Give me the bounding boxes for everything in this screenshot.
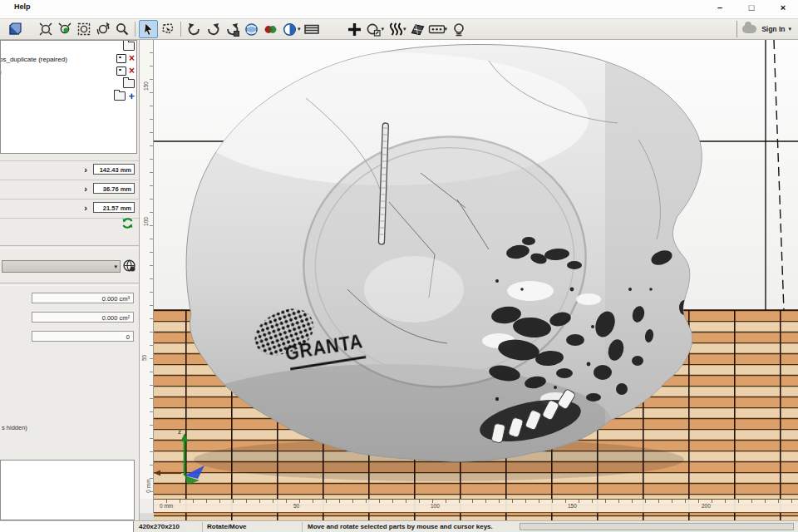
parts-tree: os_duplicate (repaired) × ) × <box>0 40 137 154</box>
redo-all-icon[interactable] <box>223 20 242 38</box>
delete-part-icon[interactable]: × <box>129 55 135 62</box>
ruler-tick-label: 0 mm <box>160 503 173 509</box>
open-folder-icon[interactable] <box>123 79 135 88</box>
expand-chevron-icon[interactable]: › <box>84 165 87 175</box>
divider <box>0 245 139 249</box>
expand-chevron-icon[interactable]: › <box>84 185 87 194</box>
vertical-ruler: 150 100 50 0 mm <box>140 40 154 499</box>
toolbar-separator <box>736 21 737 37</box>
repair-part-caret-icon[interactable]: ▾ <box>382 26 385 32</box>
part-row[interactable]: ) × <box>1 66 136 78</box>
dimension-row-z: › 21.57 mm <box>0 199 139 219</box>
dimension-row-x: › 142.43 mm <box>0 160 139 180</box>
part-row[interactable]: + <box>1 91 136 103</box>
status-progress-bar <box>520 523 794 530</box>
title-bar: Help – □ × <box>0 0 798 18</box>
application-window: Help – □ × <box>0 0 798 532</box>
count-field[interactable]: 0 <box>32 331 134 342</box>
chevron-down-icon: ▾ <box>114 264 117 270</box>
label-part-icon[interactable] <box>427 20 446 38</box>
hint-status: Move and rotate selected parts by mouse … <box>308 523 493 530</box>
new-support-icon[interactable] <box>386 20 405 38</box>
menu-help[interactable]: Help <box>14 2 31 11</box>
redo-icon[interactable] <box>204 20 223 38</box>
select-arrow-icon[interactable] <box>139 20 158 38</box>
render-lamp-icon[interactable] <box>449 20 468 38</box>
hidden-parts-note: s hidden) <box>2 424 27 431</box>
delete-part-icon[interactable]: × <box>129 67 135 75</box>
part-icon[interactable] <box>116 54 126 63</box>
ruler-tick-label: 150 <box>143 81 149 91</box>
panel-extension <box>0 521 134 532</box>
zoom-all-icon[interactable] <box>36 20 55 38</box>
mode-status: Rotate/Move <box>207 523 247 530</box>
ruler-tick-label: 150 <box>568 503 577 509</box>
refresh-icon[interactable] <box>121 217 134 229</box>
zoom-region-icon[interactable] <box>74 20 93 38</box>
refresh-row <box>0 218 139 242</box>
part-icon[interactable] <box>116 66 126 76</box>
volume-field[interactable]: 0.000 cm³ <box>32 293 134 303</box>
zoom-dynamic-icon[interactable] <box>93 20 112 38</box>
dimension-x-field[interactable]: 142.43 mm <box>93 164 135 175</box>
sign-in-caret-icon[interactable]: ▾ <box>788 26 791 32</box>
close-button[interactable]: × <box>776 1 790 14</box>
add-part-icon[interactable] <box>345 20 364 38</box>
dimension-y-field[interactable]: 36.76 mm <box>93 183 135 194</box>
magnifier-icon[interactable] <box>112 20 131 38</box>
dimension-z-field[interactable]: 21.57 mm <box>93 202 135 213</box>
expand-chevron-icon[interactable]: › <box>84 204 87 213</box>
add-file-icon[interactable]: + <box>128 92 135 101</box>
ruler-tick-label: 0 mm <box>145 479 151 492</box>
open-folder-icon[interactable] <box>123 42 135 51</box>
cloud-icon <box>742 25 756 33</box>
lasso-select-icon[interactable] <box>158 20 177 38</box>
new-support-caret-icon[interactable]: ▾ <box>403 26 406 32</box>
horizontal-ruler: 0 mm 50 100 150 200 <box>154 499 798 513</box>
maximize-button[interactable]: □ <box>745 1 758 14</box>
shading-mode-icon[interactable] <box>280 20 299 38</box>
ruler-corner <box>140 499 154 513</box>
show-platform-icon[interactable] <box>303 20 322 38</box>
divider <box>0 283 139 286</box>
main-toolbar: ▾ ▾ ▾ ▾ <box>0 18 798 40</box>
left-panel: os_duplicate (repaired) × ) × <box>0 40 140 520</box>
view-dropdown[interactable]: ▾ <box>2 260 121 273</box>
viewport-3d-scene[interactable]: z y <box>140 40 798 520</box>
ruler-tick-label: 200 <box>702 503 711 509</box>
account-zone: Sign In ▾ <box>736 18 793 40</box>
repair-part-icon[interactable] <box>364 20 383 38</box>
info-box <box>0 460 135 520</box>
part-row[interactable] <box>1 41 136 53</box>
status-bar: 420x270x210 Rotate/Move Move and rotate … <box>0 520 798 532</box>
ruler-tick-label: 50 <box>293 503 299 509</box>
toggle-part-colors-icon[interactable] <box>261 20 280 38</box>
open-folder-icon[interactable] <box>114 91 126 101</box>
ruler-tick-label: 50 <box>141 355 147 361</box>
part-row[interactable]: os_duplicate (repaired) × <box>1 53 136 66</box>
part-row[interactable] <box>1 78 136 91</box>
minimize-button[interactable]: – <box>713 1 727 14</box>
status-separator <box>202 522 203 532</box>
sign-in-button[interactable]: Sign In <box>761 25 785 33</box>
new-project-icon[interactable] <box>5 20 24 38</box>
platform-size-status: 420x270x210 <box>139 523 180 530</box>
shading-mode-caret-icon[interactable]: ▾ <box>298 26 301 32</box>
mesh-tools-icon[interactable] <box>408 20 427 38</box>
ruler-tick-label: 100 <box>143 217 149 226</box>
axis-z-label: z <box>178 428 181 436</box>
ruler-tick-label: 100 <box>431 503 440 509</box>
viewport-3d[interactable]: z y GRANTA 150 100 50 0 mm 0 mm 50 100 1… <box>140 40 798 520</box>
dimension-row-y: › 36.76 mm <box>0 180 139 200</box>
area-field[interactable]: 0.000 cm² <box>32 312 134 323</box>
window-controls: – □ × <box>713 1 790 14</box>
context-globe-icon[interactable] <box>122 259 136 273</box>
zoom-to-selection-icon[interactable] <box>55 20 74 38</box>
update-view-icon[interactable] <box>242 20 261 38</box>
undo-icon[interactable] <box>185 20 204 38</box>
status-separator <box>302 522 303 532</box>
label-part-caret-icon[interactable]: ▾ <box>445 26 448 32</box>
